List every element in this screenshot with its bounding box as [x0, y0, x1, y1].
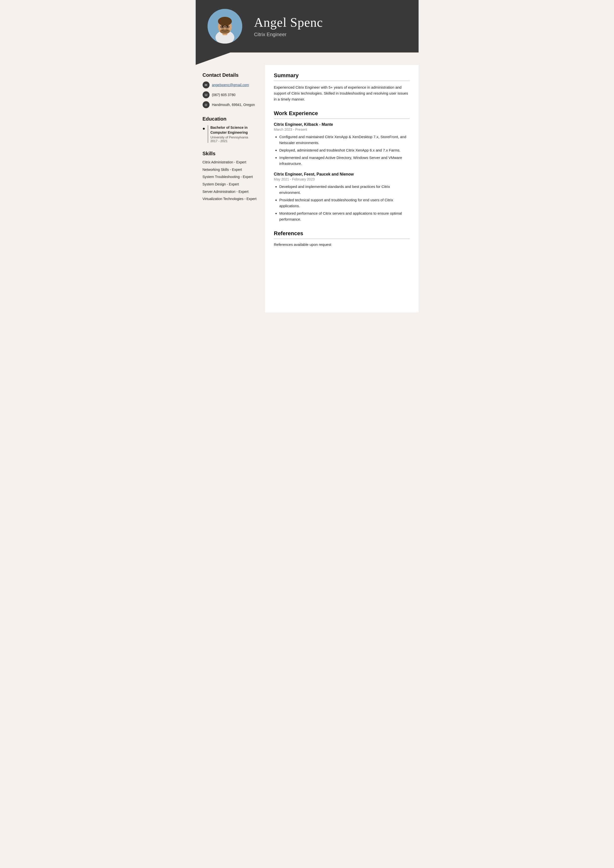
skill-item: Networking Skills - Expert	[203, 167, 258, 172]
phone-value: (067) 605 3780	[212, 93, 236, 97]
job-entry-1: Citrix Engineer, Kilback - Mante March 2…	[274, 122, 410, 167]
header-divider	[196, 53, 418, 65]
svg-point-4	[218, 17, 232, 26]
summary-text: Experienced Citrix Engineer with 5+ year…	[274, 84, 410, 102]
avatar	[208, 9, 242, 43]
skills-list: Citrix Administration - Expert Networkin…	[203, 160, 258, 202]
location-value: Handmouth, 69941, Oregon	[212, 103, 255, 107]
job-title-2: Citrix Engineer, Feest, Paucek and Nieno…	[274, 172, 410, 177]
skill-item: Citrix Administration - Expert	[203, 160, 258, 165]
email-value: angelspenc@gmail.com	[212, 83, 249, 87]
svg-point-7	[226, 26, 229, 28]
email-icon: ✉	[203, 81, 210, 88]
job-bullet: Developed and implemented standards and …	[280, 184, 410, 195]
job-bullets-2: Developed and implemented standards and …	[274, 184, 410, 222]
phone-icon: ☏	[203, 91, 210, 98]
header-info: Angel Spenc Citrix Engineer	[254, 15, 323, 37]
job-bullet: Monitored performance of Citrix servers …	[280, 211, 410, 222]
education-section-title: Education	[203, 116, 258, 122]
education-section: Education ● Bachelor of Science in Compu…	[203, 116, 258, 143]
contact-location-item: ⊙ Handmouth, 69941, Oregon	[203, 101, 258, 108]
references-title: References	[274, 230, 410, 239]
location-icon: ⊙	[203, 101, 210, 108]
job-entry-2: Citrix Engineer, Feest, Paucek and Nieno…	[274, 172, 410, 222]
svg-point-11	[224, 28, 226, 30]
main-content: Summary Experienced Citrix Engineer with…	[265, 65, 418, 312]
skill-item: System Design - Expert	[203, 182, 258, 187]
sidebar: Contact Details ✉ angelspenc@gmail.com ☏…	[196, 65, 265, 312]
edu-bullet-icon: ●	[203, 126, 205, 143]
contact-email-item: ✉ angelspenc@gmail.com	[203, 81, 258, 88]
skill-item: Virtualization Technologies - Expert	[203, 197, 258, 202]
edu-years: 2017 - 2021	[210, 139, 258, 143]
references-section: References References available upon req…	[274, 230, 410, 246]
references-text: References available upon request	[274, 242, 410, 246]
edu-degree: Bachelor of Science in Computer Engineer…	[210, 125, 258, 135]
job-bullet: Deployed, administered and troubleshot C…	[280, 147, 410, 153]
job-date-2: May 2021 - February 2023	[274, 177, 410, 181]
job-bullet: Implemented and managed Active Directory…	[280, 155, 410, 167]
skills-section-title: Skills	[203, 151, 258, 157]
skills-section: Skills Citrix Administration - Expert Ne…	[203, 151, 258, 202]
skill-item: Server Administration - Expert	[203, 189, 258, 194]
job-bullet: Configured and maintained Citrix XenApp …	[280, 134, 410, 146]
job-date-1: March 2023 - Present	[274, 127, 410, 132]
candidate-title: Citrix Engineer	[254, 32, 323, 37]
summary-section: Summary Experienced Citrix Engineer with…	[274, 72, 410, 102]
work-experience-section: Work Experience Citrix Engineer, Kilback…	[274, 110, 410, 222]
edu-school: University of Pennsylvania	[210, 135, 258, 139]
contact-phone-item: ☏ (067) 605 3780	[203, 91, 258, 98]
job-bullet: Provided technical support and troublesh…	[280, 197, 410, 209]
edu-content: Bachelor of Science in Computer Engineer…	[208, 125, 258, 143]
main-layout: Contact Details ✉ angelspenc@gmail.com ☏…	[196, 65, 418, 312]
contact-section: Contact Details ✉ angelspenc@gmail.com ☏…	[203, 72, 258, 108]
contact-section-title: Contact Details	[203, 72, 258, 78]
summary-title: Summary	[274, 72, 410, 81]
work-experience-title: Work Experience	[274, 110, 410, 119]
job-title-1: Citrix Engineer, Kilback - Mante	[274, 122, 410, 127]
education-item: ● Bachelor of Science in Computer Engine…	[203, 125, 258, 143]
skill-item: System Troubleshooting - Expert	[203, 175, 258, 180]
candidate-name: Angel Spenc	[254, 15, 323, 30]
job-bullets-1: Configured and maintained Citrix XenApp …	[274, 134, 410, 167]
svg-point-6	[221, 26, 224, 28]
resume-header: Angel Spenc Citrix Engineer	[196, 0, 418, 53]
